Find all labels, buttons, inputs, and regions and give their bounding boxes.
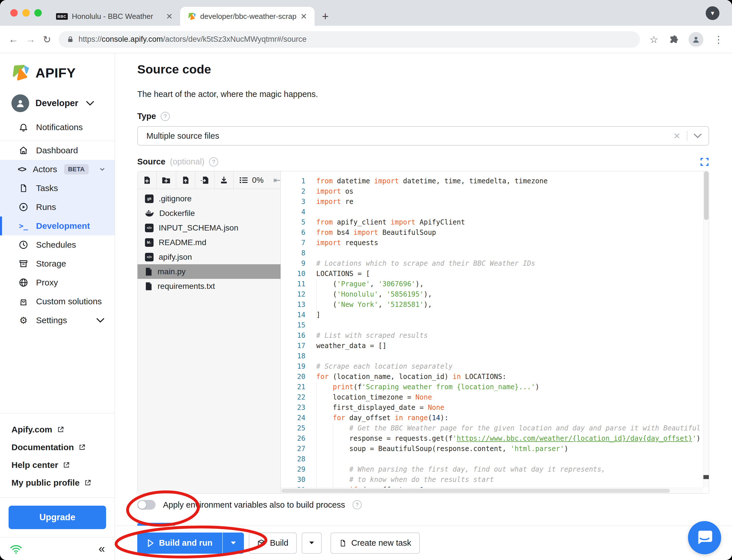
download-all-button[interactable] <box>215 171 234 189</box>
upload-file-button[interactable] <box>176 171 195 189</box>
file-item[interactable]: requirements.txt <box>138 279 281 293</box>
line-number: 14 <box>287 310 306 320</box>
file-item[interactable]: M↓README.md <box>138 235 281 250</box>
help-icon[interactable]: ? <box>353 500 362 509</box>
help-icon[interactable]: ? <box>209 157 218 166</box>
sidebar-item-schedules[interactable]: Schedules <box>0 235 115 254</box>
home-icon <box>18 146 29 155</box>
code-line: 24 for day_offset in range(14): <box>281 413 709 423</box>
link-apify-com[interactable]: Apify.com <box>11 421 115 438</box>
file-item[interactable]: </>apify.json <box>138 250 281 264</box>
file-item[interactable]: git.gitignore <box>138 191 281 206</box>
close-window-button[interactable] <box>10 9 18 17</box>
reload-icon[interactable]: ↻ <box>43 34 51 45</box>
line-number: 13 <box>287 299 306 310</box>
link-documentation[interactable]: Documentation <box>11 438 115 456</box>
build-and-run-button[interactable]: Build and run <box>137 533 222 554</box>
build-and-run-dropdown[interactable] <box>222 533 244 554</box>
line-number: 8 <box>287 248 306 258</box>
file-item[interactable]: main.py <box>138 264 281 279</box>
collapse-sidebar-icon[interactable]: « <box>99 542 105 555</box>
play-icon <box>147 539 154 547</box>
indent-guide <box>316 279 317 320</box>
link-my-public-profile[interactable]: My public profile <box>11 474 115 492</box>
sidebar-item-runs[interactable]: Runs <box>0 198 115 217</box>
line-number: 3 <box>287 196 306 207</box>
file-toolbar: 0% ⇤ <box>138 171 281 189</box>
sidebar-item-tasks[interactable]: Tasks <box>0 179 115 198</box>
line-number: 27 <box>287 444 306 454</box>
sidebar-item-dashboard[interactable]: Dashboard <box>0 141 115 160</box>
new-tab-button[interactable]: + <box>322 10 329 23</box>
account-switcher[interactable]: Developer <box>0 90 115 115</box>
clear-icon[interactable]: ✕ <box>673 131 681 141</box>
forward-icon[interactable]: → <box>26 34 35 45</box>
code-line: 26 response = requests.get(f'https://www… <box>281 433 709 444</box>
back-icon[interactable]: ← <box>9 34 18 45</box>
env-vars-toggle[interactable] <box>137 500 156 510</box>
main-content: Source code The heart of the actor, wher… <box>115 53 732 560</box>
type-select[interactable]: Multiple source files ✕ <box>137 126 709 146</box>
upgrade-button[interactable]: Upgrade <box>9 506 106 529</box>
list-icon <box>239 176 248 184</box>
sidebar-item-settings[interactable]: ⚙ Settings <box>0 311 115 330</box>
build-dropdown-button[interactable] <box>302 533 322 554</box>
file-icon <box>145 267 152 276</box>
help-icon[interactable]: ? <box>161 112 170 121</box>
tab-close-icon[interactable]: ✕ <box>166 12 173 21</box>
file-name: INPUT_SCHEMA.json <box>159 223 239 233</box>
address-bar[interactable]: https://console.apify.com/actors/dev/k5t… <box>59 31 640 48</box>
new-file-button[interactable] <box>138 171 157 189</box>
code-line: 7import requests <box>281 238 709 248</box>
collapse-panel-icon[interactable]: ⇤ <box>273 175 281 185</box>
code-line: 13 ('New York', '5128581'), <box>281 299 709 310</box>
tab-close-icon[interactable]: ✕ <box>301 12 307 21</box>
toggle-knob <box>138 501 146 509</box>
code-editor[interactable]: 1from datetime import datetime, time, ti… <box>281 171 709 493</box>
line-number: 17 <box>287 341 306 351</box>
extensions-puzzle-icon[interactable] <box>668 35 678 44</box>
file-item[interactable]: Dockerfile <box>138 206 281 221</box>
scrollbar-thumb[interactable] <box>704 171 709 220</box>
code-file-icon: </> <box>145 253 154 261</box>
new-folder-button[interactable] <box>157 171 176 189</box>
code-line: 4 <box>281 207 709 217</box>
build-button[interactable]: Build <box>249 533 297 554</box>
horizontal-scrollbar[interactable] <box>281 488 703 493</box>
bookmark-star-icon[interactable]: ☆ <box>650 34 658 45</box>
code-line: 5from apify_client import ApifyClient <box>281 217 709 227</box>
sidebar-item-storage[interactable]: Storage <box>0 254 115 273</box>
indent-guide <box>333 423 333 493</box>
chevron-down-icon[interactable] <box>694 133 702 138</box>
code-line: 2import os <box>281 186 709 196</box>
sidebar-item-custom-solutions[interactable]: Custom solutions <box>0 292 115 311</box>
zoom-percentage[interactable]: 0% <box>252 176 263 185</box>
file-item[interactable]: </>INPUT_SCHEMA.json <box>138 221 281 235</box>
file-list: git.gitignoreDockerfile</>INPUT_SCHEMA.j… <box>138 189 281 293</box>
sidebar-item-proxy[interactable]: Proxy <box>0 273 115 292</box>
downloads-indicator[interactable]: ▼ <box>706 6 719 20</box>
sidebar-item-development[interactable]: >_ Development <box>0 217 115 235</box>
sidebar-item-notifications[interactable]: Notifications <box>0 118 115 137</box>
browser-menu-icon[interactable]: ⋮ <box>714 34 723 45</box>
browser-profile-avatar[interactable] <box>689 32 703 47</box>
create-new-task-button[interactable]: Create new task <box>331 533 420 554</box>
code-line: 22 location_timezone = None <box>281 392 709 402</box>
tab-apify-console[interactable]: developer/bbc-weather-scrape ✕ <box>180 7 315 26</box>
intercom-chat-button[interactable] <box>688 521 721 554</box>
maximize-window-button[interactable] <box>34 9 42 17</box>
code-brackets-icon: <> <box>18 165 26 174</box>
tab-bbc-weather[interactable]: BBC Honolulu - BBC Weather ✕ <box>49 7 180 26</box>
vertical-scrollbar[interactable] <box>703 171 709 488</box>
minimize-window-button[interactable] <box>22 9 30 17</box>
build-and-run-split-button[interactable]: Build and run <box>137 533 244 554</box>
sidebar-item-actors[interactable]: <> Actors BETA <box>0 160 115 179</box>
move-file-button[interactable] <box>195 171 215 189</box>
apify-logo[interactable]: APIFY <box>0 53 115 90</box>
window-controls[interactable] <box>10 9 42 17</box>
scrollbar-thumb[interactable] <box>281 489 670 493</box>
code-line: 29 # When parsing the first day, find ou… <box>281 464 709 474</box>
fullscreen-icon[interactable] <box>700 157 709 166</box>
link-help-center[interactable]: Help center <box>11 456 115 474</box>
lock-icon <box>67 35 74 44</box>
